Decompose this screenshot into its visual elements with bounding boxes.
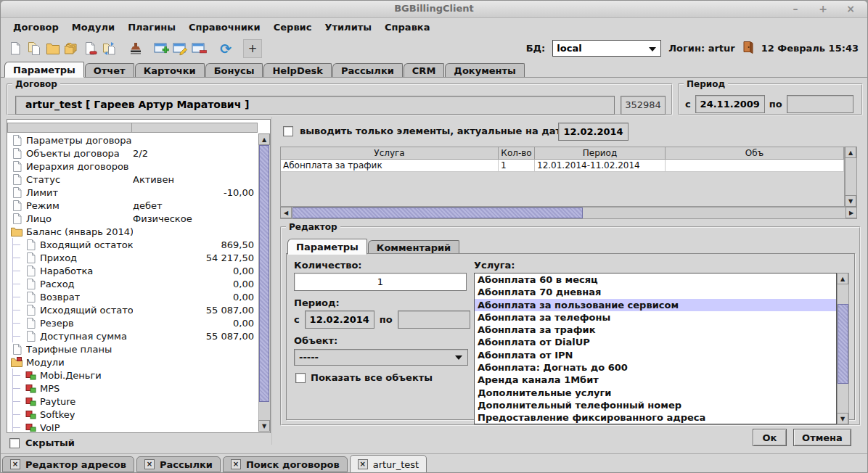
period-to-field[interactable]: [787, 95, 853, 113]
tab-Рассылки[interactable]: Рассылки: [332, 63, 403, 77]
tab-CRM[interactable]: CRM: [404, 63, 445, 77]
tree-item[interactable]: Режимдебет: [8, 199, 258, 212]
tab-Отчет[interactable]: Отчет: [85, 63, 134, 77]
menu-item-5[interactable]: Сервис: [267, 20, 319, 34]
tree-item[interactable]: Payture: [8, 395, 258, 408]
service-list-item[interactable]: Абонплата от DialUP: [475, 336, 836, 348]
new-document-icon[interactable]: [7, 40, 24, 57]
service-list-item[interactable]: Абонплата от IPN: [475, 349, 836, 361]
editor-from-field[interactable]: 12.02.2014: [305, 310, 374, 329]
service-list-item[interactable]: Абонплата за телефоны: [475, 311, 836, 324]
maximize-button[interactable]: +: [816, 2, 830, 15]
tree-item[interactable]: Mobi.Деньги: [8, 369, 258, 382]
menu-item-3[interactable]: Плагины: [121, 20, 182, 34]
tree-item[interactable]: Модули: [8, 355, 258, 369]
service-list-item[interactable]: Дополнительный телефонный номер: [475, 399, 836, 411]
tree-item[interactable]: Тарифные планы: [8, 342, 258, 355]
object-select[interactable]: -----: [294, 349, 468, 366]
tree-item[interactable]: Входящий остаток869,50: [8, 238, 258, 251]
period-from-field[interactable]: 24.11.2009: [695, 95, 765, 113]
actual-date-filter-checkbox[interactable]: [283, 126, 293, 136]
copy-document-icon[interactable]: [25, 40, 43, 57]
tree-item[interactable]: VoIP: [8, 421, 258, 432]
scroll-down-icon[interactable]: ▼: [258, 420, 270, 432]
window-add-icon[interactable]: [153, 40, 171, 57]
add-tab-button[interactable]: +: [243, 39, 262, 58]
tree-vertical-scrollbar[interactable]: ▲ ▼: [258, 133, 270, 432]
tree-item[interactable]: Иерархия договоров: [8, 160, 258, 173]
tree-item[interactable]: Возврат0,00: [8, 290, 258, 303]
tree-item[interactable]: MPS: [8, 382, 258, 395]
service-list-item[interactable]: Абонплата 70 дневная: [475, 286, 836, 298]
quantity-input[interactable]: 1: [294, 273, 467, 291]
tab-Документы[interactable]: Документы: [445, 63, 525, 77]
minimize-button[interactable]: –: [789, 2, 802, 15]
tree-item[interactable]: Баланс (январь 2014): [8, 225, 258, 238]
tree-item[interactable]: Softkey: [8, 408, 258, 421]
scroll-up-icon[interactable]: ▲: [845, 147, 856, 158]
tree-item[interactable]: Объекты договора2/2: [8, 147, 258, 160]
service-list-item[interactable]: Дополнительные услуги: [475, 387, 836, 399]
table-vertical-scrollbar[interactable]: ▲ ▼: [845, 147, 857, 207]
window-tab-Рассылки[interactable]: ×Рассылки: [136, 456, 221, 472]
table-column-header[interactable]: Период: [535, 147, 666, 160]
scroll-up-icon[interactable]: ▲: [258, 133, 270, 145]
panel-splitter[interactable]: [271, 117, 276, 445]
table-horizontal-scrollbar[interactable]: ◀ ▶: [280, 207, 857, 219]
close-button[interactable]: ×: [844, 2, 857, 15]
tab-close-icon[interactable]: ×: [358, 459, 368, 469]
tree-item[interactable]: Лимит-10,00: [8, 186, 258, 199]
tree-item[interactable]: Параметры договора: [8, 133, 258, 147]
tab-close-icon[interactable]: ×: [10, 459, 20, 469]
tab-close-icon[interactable]: ×: [231, 459, 241, 469]
tab-Параметры[interactable]: Параметры: [4, 62, 84, 78]
table-column-header[interactable]: Объ: [666, 147, 844, 160]
window-tab-Редактор адресов[interactable]: ×Редактор адресов: [2, 456, 134, 472]
remove-document-icon[interactable]: [82, 40, 99, 57]
tree-item[interactable]: Резерв0,00: [8, 316, 258, 329]
table-row[interactable]: Абонплата за трафик112.01.2014-11.02.201…: [281, 160, 844, 172]
hidden-checkbox[interactable]: [9, 438, 20, 448]
ok-button[interactable]: Ок: [753, 429, 787, 446]
scroll-left-icon[interactable]: ◀: [280, 207, 292, 218]
menu-item-2[interactable]: Модули: [65, 20, 121, 34]
open-folder-icon[interactable]: [44, 40, 62, 57]
filter-date-field[interactable]: 12.02.2014: [558, 123, 629, 141]
menu-item-6[interactable]: Утилиты: [318, 20, 378, 34]
tab-close-icon[interactable]: ×: [144, 459, 155, 469]
scroll-down-icon[interactable]: ▼: [837, 413, 848, 424]
editor-tab-Комментарий[interactable]: Комментарий: [368, 240, 459, 254]
tree-item[interactable]: Доступная сумма55 087,00: [8, 329, 258, 342]
scrollbar-thumb[interactable]: [838, 304, 848, 384]
tree-column-header[interactable]: [131, 123, 258, 133]
menu-item-4[interactable]: Справочники: [182, 20, 267, 34]
scroll-right-icon[interactable]: ▶: [846, 207, 857, 218]
menu-item-1[interactable]: Договор: [7, 20, 65, 34]
tree-item[interactable]: Приход54 217,50: [8, 251, 258, 264]
editor-tab-Параметры[interactable]: Параметры: [287, 239, 367, 255]
scroll-up-icon[interactable]: ▲: [837, 273, 848, 284]
editor-to-field[interactable]: [398, 310, 470, 329]
tree-item[interactable]: Расход0,00: [8, 277, 258, 290]
window-tab-Поиск договоров[interactable]: ×Поиск договоров: [223, 456, 348, 472]
cancel-button[interactable]: Отмена: [793, 429, 851, 446]
window-edit-icon[interactable]: [172, 40, 189, 57]
service-list-item[interactable]: Предоставление фиксированного адреса: [475, 411, 836, 424]
scrollbar-thumb[interactable]: [259, 145, 269, 402]
service-list-item[interactable]: Абонплата за трафик: [475, 324, 836, 336]
tree-column-header[interactable]: [7, 123, 132, 133]
table-column-header[interactable]: Кол-во: [499, 147, 535, 160]
tree-item[interactable]: СтатусАктивен: [8, 173, 258, 186]
logout-door-icon[interactable]: [742, 40, 754, 57]
show-all-objects-checkbox[interactable]: [295, 373, 306, 383]
service-list-item[interactable]: Абонплата 60 в месяц: [475, 273, 836, 286]
contract-name-field[interactable]: artur_test [ Гареев Артур Маратович ]: [15, 96, 615, 115]
service-list-item[interactable]: Абонплата за пользование сервисом: [475, 299, 836, 311]
service-list-item[interactable]: Абонплата: Догнать до 600: [475, 361, 836, 374]
stamp-icon[interactable]: [127, 40, 144, 57]
tab-Бонусы[interactable]: Бонусы: [205, 63, 263, 77]
tree-item[interactable]: Наработка0,00: [8, 264, 258, 277]
refresh-icon[interactable]: ⟳: [217, 40, 234, 57]
tab-HelpDesk[interactable]: HelpDesk: [263, 63, 331, 77]
sync-documents-icon[interactable]: [101, 40, 118, 57]
